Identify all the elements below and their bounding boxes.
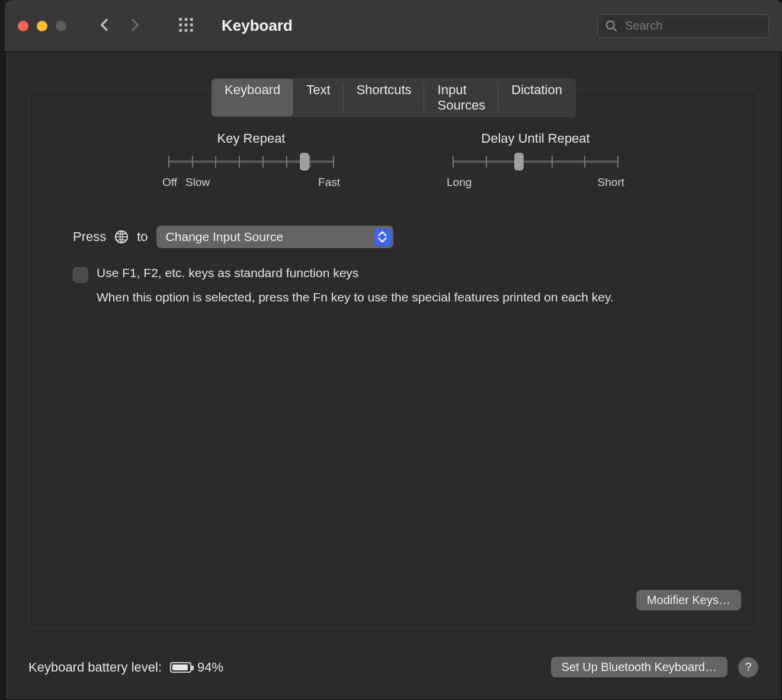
delay-short-label: Short: [598, 176, 624, 189]
back-button[interactable]: [97, 17, 113, 35]
show-all-button[interactable]: [178, 17, 194, 36]
delay-slider[interactable]: [453, 160, 618, 163]
forward-button[interactable]: [127, 17, 142, 35]
svg-rect-5: [190, 23, 193, 26]
key-repeat-ticks: [168, 156, 334, 168]
select-stepper-icon: [374, 228, 391, 246]
tab-input-sources[interactable]: Input Sources: [425, 79, 499, 117]
svg-rect-7: [185, 29, 188, 32]
globe-icon: [114, 230, 129, 244]
delay-title: Delay Until Repeat: [447, 131, 624, 146]
globe-key-row: Press to Change Input Source: [73, 226, 758, 248]
key-repeat-title: Key Repeat: [162, 131, 340, 146]
svg-rect-2: [190, 18, 193, 21]
content-panel: Keyboard Text Shortcuts Input Sources Di…: [28, 89, 758, 629]
tabs: Keyboard Text Shortcuts Input Sources Di…: [210, 78, 576, 118]
key-repeat-labels: Off Slow Fast: [162, 176, 340, 189]
delay-slider-block: Delay Until Repeat Long Short: [447, 131, 624, 189]
battery-label: Keyboard battery level:: [28, 660, 162, 675]
svg-rect-8: [190, 29, 193, 32]
function-keys-description: When this option is selected, press the …: [97, 288, 630, 306]
svg-rect-6: [179, 29, 182, 32]
tab-text[interactable]: Text: [293, 79, 343, 117]
svg-rect-4: [185, 23, 188, 26]
preferences-window: Keyboard Keyboard Text Shortcuts Input S…: [5, 0, 782, 700]
svg-rect-1: [185, 18, 188, 21]
bluetooth-keyboard-button[interactable]: Set Up Bluetooth Keyboard…: [551, 657, 727, 677]
globe-prefix: Press: [73, 229, 106, 245]
help-button[interactable]: ?: [738, 657, 758, 677]
delay-long-label: Long: [447, 176, 472, 189]
function-keys-row: Use F1, F2, etc. keys as standard functi…: [73, 266, 710, 282]
delay-labels: Long Short: [447, 176, 624, 189]
window-controls: [18, 21, 66, 31]
key-repeat-knob[interactable]: [300, 153, 309, 171]
search-field[interactable]: [597, 14, 769, 38]
window-title: Keyboard: [222, 17, 293, 35]
function-keys-checkbox[interactable]: [73, 267, 88, 282]
key-repeat-slider-block: Key Repeat Off Slow Fast: [162, 131, 340, 189]
search-input[interactable]: [624, 18, 776, 33]
tab-dictation[interactable]: Dictation: [498, 79, 575, 117]
svg-line-10: [613, 27, 617, 31]
delay-knob[interactable]: [514, 153, 524, 171]
delay-ticks: [453, 156, 618, 168]
tab-shortcuts[interactable]: Shortcuts: [344, 79, 425, 117]
search-icon: [605, 20, 618, 33]
battery-percent: 94%: [197, 660, 223, 675]
bottom-bar: Keyboard battery level: 94% Set Up Bluet…: [28, 657, 758, 677]
chevron-left-icon: [97, 17, 113, 33]
svg-rect-3: [179, 23, 182, 26]
key-repeat-fast-label: Fast: [318, 176, 340, 189]
function-keys-label: Use F1, F2, etc. keys as standard functi…: [97, 266, 358, 280]
modifier-keys-button[interactable]: Modifier Keys…: [636, 590, 741, 611]
key-repeat-off-label: Off: [162, 176, 177, 189]
titlebar: Keyboard: [5, 0, 782, 52]
zoom-icon[interactable]: [56, 21, 66, 31]
help-icon: ?: [745, 660, 751, 674]
key-repeat-slow-label: Slow: [185, 176, 210, 189]
globe-action-value: Change Input Source: [166, 230, 283, 244]
apps-grid-icon: [178, 17, 194, 33]
svg-rect-0: [179, 18, 182, 21]
close-icon[interactable]: [18, 21, 28, 31]
globe-action-select[interactable]: Change Input Source: [156, 226, 393, 248]
globe-suffix: to: [137, 229, 148, 245]
battery-icon: [170, 662, 191, 673]
tab-keyboard[interactable]: Keyboard: [211, 79, 293, 117]
minimize-icon[interactable]: [37, 21, 47, 31]
battery-indicator: 94%: [170, 660, 223, 675]
nav-arrows: [97, 17, 142, 35]
chevron-right-icon: [127, 17, 142, 33]
key-repeat-slider[interactable]: [168, 160, 334, 163]
